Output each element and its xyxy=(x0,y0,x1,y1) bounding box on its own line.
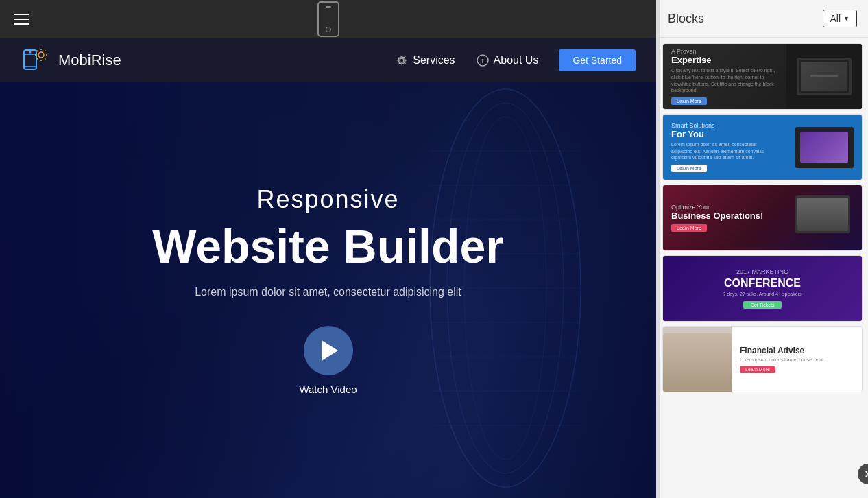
svg-line-11 xyxy=(37,58,38,60)
b2-smart-text: Smart Solutions xyxy=(671,122,778,129)
hero-description: Lorem ipsum dolor sit amet, consectetur … xyxy=(152,286,504,298)
play-button[interactable] xyxy=(304,326,353,375)
editor-area: MobiRise Services i About Us xyxy=(0,0,656,498)
svg-point-13 xyxy=(400,58,404,62)
cta-button[interactable]: Get Started xyxy=(559,49,636,71)
info-icon: i xyxy=(476,54,490,67)
svg-point-3 xyxy=(29,51,32,54)
nav-about[interactable]: i About Us xyxy=(476,54,539,67)
blocks-header: Blocks All xyxy=(657,0,868,38)
b1-btn[interactable]: Learn More xyxy=(671,97,707,105)
svg-text:i: i xyxy=(481,56,483,64)
services-label: Services xyxy=(413,54,455,67)
block-business-item[interactable]: Optimize Your Business Operations! Learn… xyxy=(662,185,863,251)
b5-title-text: Financial Advise xyxy=(740,346,854,355)
block-expertise-item[interactable]: A Proven Expertise Click any text to edi… xyxy=(662,43,863,110)
svg-point-4 xyxy=(38,52,44,58)
watch-video-label[interactable]: Watch Video xyxy=(299,383,357,395)
block-conference-item[interactable]: 2017 MARKETING CONFERENCE 7 days, 27 tal… xyxy=(662,255,863,322)
toolbar-left xyxy=(14,14,29,25)
hero-subtitle: Responsive xyxy=(152,185,504,214)
hamburger-icon[interactable] xyxy=(14,14,29,25)
site-navbar: MobiRise Services i About Us xyxy=(0,38,656,82)
nav-services[interactable]: Services xyxy=(395,54,455,67)
b4-conference-text: CONFERENCE xyxy=(724,277,801,289)
svg-line-12 xyxy=(45,51,46,52)
svg-line-10 xyxy=(45,58,46,60)
b2-desc-text: Lorem ipsum dolor sit amet, consectetur … xyxy=(671,141,778,161)
logo-icon xyxy=(21,45,51,75)
watch-video-container: Watch Video xyxy=(152,326,504,395)
b2-btn[interactable]: Learn More xyxy=(671,165,707,172)
hero-title: Website Builder xyxy=(152,221,504,272)
b1-proven-text: A Proven xyxy=(671,48,778,55)
blocks-panel: Blocks All A Proven Expertise Click any … xyxy=(656,0,868,498)
blocks-list: A Proven Expertise Click any text to edi… xyxy=(657,38,868,498)
about-label: About Us xyxy=(494,54,539,67)
b4-desc-text: 7 days, 27 talks. Around 4+ speakers xyxy=(723,292,802,296)
site-brand: MobiRise xyxy=(58,51,121,69)
person-silhouette xyxy=(663,333,732,392)
b5-desc-text: Lorem ipsum dolor sit amet consectetur..… xyxy=(740,357,854,362)
hero-section: Responsive Website Builder Lorem ipsum d… xyxy=(0,82,656,498)
svg-line-9 xyxy=(37,51,38,52)
b4-btn[interactable]: Get Tickets xyxy=(743,301,781,309)
b3-optimize-text: Optimize Your xyxy=(671,204,785,211)
filter-dropdown[interactable]: All xyxy=(823,10,857,27)
b1-desc-text: Click any text to edit a style it. Selec… xyxy=(671,67,778,94)
b1-expertise-text: Expertise xyxy=(671,55,778,65)
gear-icon xyxy=(395,54,409,67)
toolbar xyxy=(0,0,656,38)
blocks-title: Blocks xyxy=(668,12,704,26)
b2-title-text: For You xyxy=(671,129,778,139)
hero-content: Responsive Website Builder Lorem ipsum d… xyxy=(152,185,504,395)
toolbar-center xyxy=(317,1,339,37)
website-preview: MobiRise Services i About Us xyxy=(0,38,656,498)
panel-resize-handle[interactable] xyxy=(657,0,660,498)
site-logo: MobiRise xyxy=(21,45,121,75)
mobile-preview-icon[interactable] xyxy=(317,1,339,37)
close-icon: ✕ xyxy=(864,468,869,481)
b3-title-text: Business Operations! xyxy=(671,211,785,221)
b5-btn[interactable]: Learn More xyxy=(740,366,775,373)
block-financial-item[interactable]: Financial Advise Lorem ipsum dolor sit a… xyxy=(662,326,863,392)
site-nav: Services i About Us Get Started xyxy=(395,49,636,71)
b4-year-text: 2017 MARKETING xyxy=(736,268,788,275)
block-smart-item[interactable]: Smart Solutions For You Lorem ipsum dolo… xyxy=(662,114,863,180)
b3-btn[interactable]: Learn More xyxy=(671,224,707,232)
